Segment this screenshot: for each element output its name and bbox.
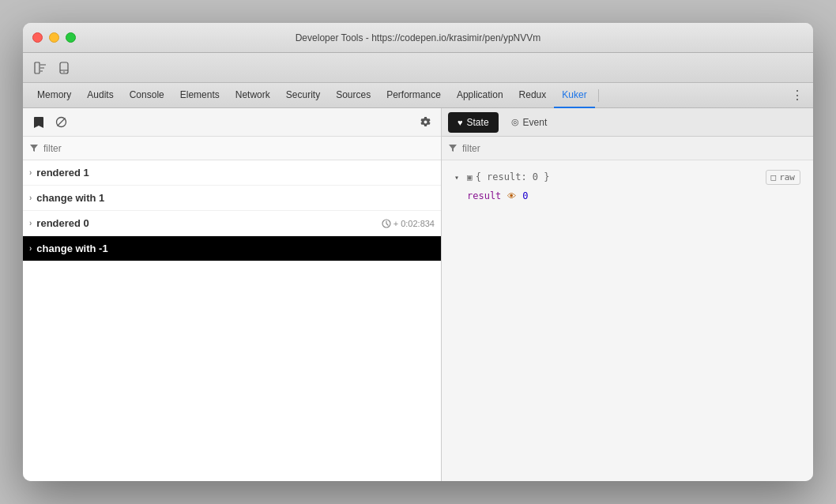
raw-button[interactable]: □ raw — [766, 170, 801, 185]
tree-root-preview: { result: 0 } — [476, 171, 550, 182]
log-timestamp: + 0:02:834 — [382, 219, 435, 228]
log-label: rendered 0 — [36, 217, 376, 229]
nav-tabs: Memory Audits Console Elements Network S… — [23, 83, 813, 108]
tree-expand-icon[interactable]: ▾ — [454, 173, 464, 182]
tree-child-result: result 👁 0 — [467, 187, 804, 205]
left-filter-bar — [23, 137, 441, 160]
chevron-right-icon: › — [29, 168, 32, 177]
filter-icon — [29, 143, 39, 154]
event-tab-label: Event — [523, 117, 548, 128]
tab-kuker[interactable]: Kuker — [554, 83, 594, 108]
tab-console[interactable]: Console — [122, 83, 172, 108]
tab-elements[interactable]: Elements — [172, 83, 228, 108]
chevron-right-icon: › — [29, 244, 32, 253]
tree-children: result 👁 0 — [451, 187, 804, 205]
svg-point-3 — [63, 71, 65, 73]
timestamp-value: + 0:02:834 — [394, 219, 435, 228]
monitor-icon: □ — [771, 172, 777, 182]
svg-rect-0 — [35, 62, 40, 73]
devtools-toolbar — [23, 53, 813, 83]
log-item-rendered1[interactable]: › rendered 1 — [23, 160, 441, 186]
more-tabs-icon[interactable]: ⋮ — [788, 86, 807, 105]
log-label: change with 1 — [36, 192, 435, 204]
settings-button[interactable] — [416, 113, 435, 132]
chevron-right-icon: › — [29, 194, 32, 202]
tab-performance[interactable]: Performance — [378, 83, 449, 108]
circle-icon: ◎ — [511, 117, 519, 127]
panel-tools-right — [416, 113, 435, 132]
prop-key-result: result — [467, 190, 501, 201]
tab-network[interactable]: Network — [228, 83, 278, 108]
title-bar: Developer Tools - https://codepen.io/kra… — [23, 23, 813, 53]
log-item-change1[interactable]: › change with 1 — [23, 186, 441, 211]
tab-audits[interactable]: Audits — [79, 83, 121, 108]
log-list: › rendered 1 › change with 1 › rendered … — [23, 160, 441, 481]
svg-line-5 — [57, 118, 65, 126]
tab-separator — [598, 89, 599, 102]
devtools-window: Developer Tools - https://codepen.io/kra… — [23, 23, 813, 481]
raw-button-row: ▾ ▣ { result: 0 } □ raw — [451, 167, 804, 187]
device-icon[interactable] — [53, 57, 75, 79]
bookmark-button[interactable] — [29, 113, 48, 132]
maximize-button[interactable] — [66, 32, 76, 43]
object-icon: ▣ — [467, 172, 473, 182]
log-item-change-minus1[interactable]: › change with -1 — [23, 236, 441, 261]
prop-value-result: 0 — [522, 190, 528, 201]
close-button[interactable] — [32, 32, 43, 43]
block-button[interactable] — [51, 113, 70, 132]
minimize-button[interactable] — [49, 32, 59, 43]
window-title: Developer Tools - https://codepen.io/kra… — [296, 32, 541, 43]
right-content: ▾ ▣ { result: 0 } □ raw result 👁 0 — [442, 160, 813, 481]
tab-event[interactable]: ◎ Event — [502, 112, 557, 133]
left-filter-input[interactable] — [43, 143, 435, 154]
raw-button-label: raw — [779, 172, 795, 182]
log-item-rendered0[interactable]: › rendered 0 + 0:02:834 — [23, 211, 441, 236]
chevron-right-icon: › — [29, 219, 32, 228]
right-filter-input[interactable] — [462, 143, 807, 154]
tab-security[interactable]: Security — [278, 83, 328, 108]
tab-redux[interactable]: Redux — [511, 83, 555, 108]
state-tab-label: State — [467, 117, 489, 128]
content-area: › rendered 1 › change with 1 › rendered … — [23, 108, 813, 481]
right-panel-tabs: ♥ State ◎ Event — [442, 108, 813, 137]
tab-application[interactable]: Application — [449, 83, 511, 108]
log-label: rendered 1 — [36, 167, 435, 179]
prop-eye-icon[interactable]: 👁 — [507, 191, 516, 201]
inspect-icon[interactable] — [29, 57, 51, 79]
tree-root-row: ▾ ▣ { result: 0 } — [454, 168, 766, 186]
tab-sources[interactable]: Sources — [328, 83, 378, 108]
tab-memory[interactable]: Memory — [29, 83, 79, 108]
right-filter-bar — [442, 137, 813, 160]
right-panel: ♥ State ◎ Event — [442, 108, 813, 481]
left-panel: › rendered 1 › change with 1 › rendered … — [23, 108, 442, 481]
heart-icon: ♥ — [458, 118, 463, 127]
traffic-lights — [32, 32, 76, 43]
right-filter-icon — [448, 143, 458, 154]
tab-state[interactable]: ♥ State — [448, 112, 499, 133]
left-panel-header — [23, 108, 441, 137]
log-label: change with -1 — [36, 243, 435, 254]
